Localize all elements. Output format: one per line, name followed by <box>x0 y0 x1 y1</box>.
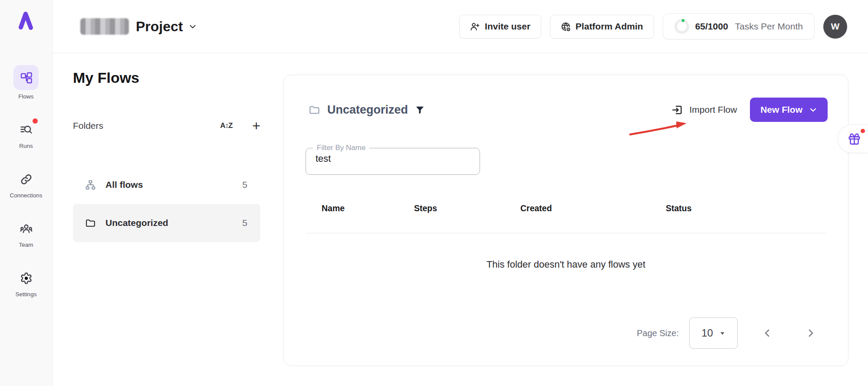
folders-label: Folders <box>73 121 103 131</box>
panel-actions: Import Flow New Flow <box>671 98 828 122</box>
table-divider <box>306 233 826 233</box>
invite-user-button[interactable]: Invite user <box>459 15 541 39</box>
avatar[interactable]: W <box>823 15 847 39</box>
page-size-label: Page Size: <box>637 328 679 338</box>
folder-item-uncategorized[interactable]: Uncategorized 5 <box>73 204 260 242</box>
next-page-icon[interactable] <box>806 328 816 338</box>
empty-state-message: This folder doesn't have any flows yet <box>284 259 848 270</box>
folder-name: Uncategorized <box>105 218 168 228</box>
page-size-select[interactable]: 10 <box>689 317 738 349</box>
folder-icon <box>309 104 320 116</box>
folder-count: 5 <box>242 218 247 228</box>
gift-icon <box>848 132 861 146</box>
icon-sidebar: Flows Runs <box>0 0 53 386</box>
project-switcher[interactable]: Project <box>80 18 197 35</box>
column-header-name: Name <box>306 203 414 213</box>
folder-icon <box>85 218 96 229</box>
column-header-steps: Steps <box>414 203 520 213</box>
tasks-usage-pill[interactable]: 65/1000 Tasks Per Month <box>663 13 815 39</box>
filter-funnel-icon[interactable] <box>415 105 425 115</box>
chevron-down-icon <box>809 106 817 114</box>
previous-page-icon[interactable] <box>762 328 773 338</box>
folder-count: 5 <box>242 180 247 190</box>
add-folder-icon[interactable]: + <box>252 121 260 130</box>
new-flow-button[interactable]: New Flow <box>750 98 828 122</box>
top-header: Project Invite user <box>53 0 868 53</box>
tasks-usage-label: Tasks Per Month <box>735 21 803 32</box>
header-actions: Invite user Platform Admin 65/1000 Tasks… <box>459 13 847 39</box>
platform-admin-button[interactable]: Platform Admin <box>550 15 654 39</box>
sidebar-item-flows[interactable]: Flows <box>13 65 39 100</box>
sidebar-nav: Flows Runs <box>0 65 52 317</box>
panel-title: Uncategorized <box>327 103 408 117</box>
flows-table-header: Name Steps Created Status <box>306 203 826 213</box>
app-window: Flows Runs <box>0 0 868 386</box>
activepieces-logo-icon[interactable] <box>15 9 36 31</box>
sidebar-item-connections[interactable]: Connections <box>10 169 42 199</box>
chevron-down-icon[interactable] <box>188 22 197 31</box>
sort-az-icon[interactable]: A↕Z <box>220 121 232 130</box>
tasks-progress-ring <box>674 19 689 34</box>
folder-list: All flows 5 Uncategorized 5 <box>73 166 260 242</box>
folders-header: Folders A↕Z + <box>73 121 260 131</box>
flows-panel-card: Uncategorized Import Flow New Flow <box>283 75 848 366</box>
column-header-created: Created <box>520 203 666 213</box>
hierarchy-icon <box>85 180 96 190</box>
page-title: My Flows <box>73 69 139 86</box>
flows-panel-header: Uncategorized Import Flow New Flow <box>309 98 828 122</box>
sidebar-item-label: Settings <box>16 291 37 298</box>
sidebar-item-team[interactable]: Team <box>13 219 39 248</box>
sidebar-item-runs[interactable]: Runs <box>13 120 39 149</box>
avatar-initial: W <box>831 21 840 32</box>
caret-down-icon <box>719 330 726 337</box>
import-icon <box>671 104 683 116</box>
workflow-icon <box>13 65 39 90</box>
gear-icon <box>13 268 39 288</box>
sidebar-item-label: Connections <box>10 192 42 199</box>
user-plus-icon <box>470 22 480 32</box>
runs-notification-dot <box>33 118 38 124</box>
folder-name: All flows <box>105 180 143 190</box>
tasks-usage-value: 65/1000 <box>695 21 728 32</box>
project-title: Project <box>136 19 183 35</box>
pagination: Page Size: 10 <box>637 317 816 349</box>
whats-new-tab[interactable] <box>838 124 868 153</box>
filter-by-name-field[interactable]: Filter By Name <box>306 144 480 175</box>
gift-notification-dot <box>861 129 865 133</box>
sidebar-item-label: Team <box>19 242 33 248</box>
filter-by-name-input[interactable] <box>316 153 463 164</box>
sidebar-item-label: Runs <box>19 143 33 149</box>
sidebar-item-settings[interactable]: Settings <box>13 268 39 298</box>
globe-lock-icon <box>561 22 571 32</box>
invite-user-label: Invite user <box>485 21 530 32</box>
column-header-status: Status <box>666 203 692 213</box>
page-size-value: 10 <box>701 327 713 339</box>
platform-admin-label: Platform Admin <box>575 21 643 32</box>
link-icon <box>13 169 39 189</box>
import-flow-label: Import Flow <box>689 105 737 115</box>
team-icon <box>13 219 39 239</box>
import-flow-button[interactable]: Import Flow <box>671 104 737 116</box>
new-flow-label: New Flow <box>760 105 802 115</box>
project-name-redacted <box>80 18 129 35</box>
runs-search-icon <box>13 120 39 140</box>
filter-field-label: Filter By Name <box>313 144 369 152</box>
sidebar-item-label: Flows <box>18 93 33 100</box>
folder-item-all-flows[interactable]: All flows 5 <box>73 166 260 204</box>
